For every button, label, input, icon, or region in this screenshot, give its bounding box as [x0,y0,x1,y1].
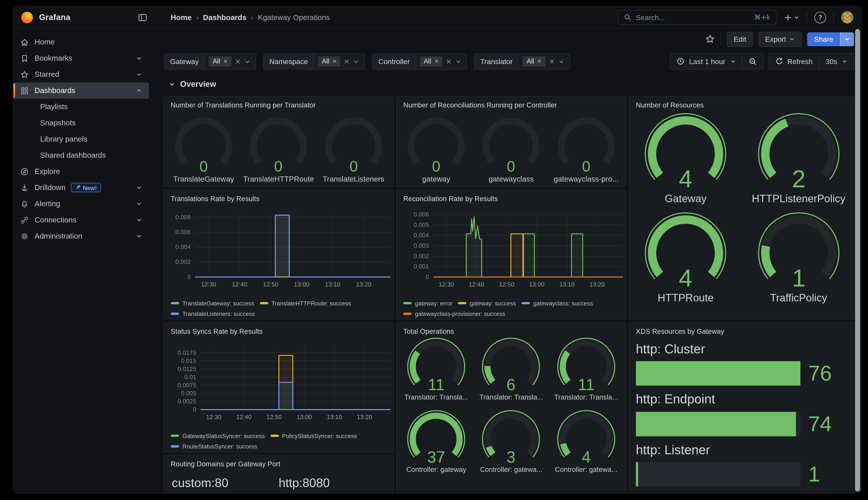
breadcrumb-item[interactable]: Dashboards [203,13,246,22]
sidebar-item-starred[interactable]: Starred [13,66,149,82]
refresh-interval-picker[interactable]: 30s [820,57,854,65]
add-button[interactable] [783,13,799,22]
panel-reconciliation-rate[interactable]: Reconciliation Rate by Results 00.0010.0… [396,190,626,320]
gauge: 11Translator: Transla... [549,338,623,401]
chevron-down-icon[interactable] [455,58,461,65]
zoom-out-button[interactable] [742,57,763,65]
filter-value-chip[interactable]: All× [420,56,443,67]
filter-value-chip[interactable]: All× [523,56,545,67]
chevron-down-icon[interactable] [558,58,564,65]
grafana-logo-icon[interactable] [21,11,33,23]
row-header-overview[interactable]: Overview [169,80,216,89]
sidebar-item-home[interactable]: Home [13,34,149,50]
filter-translator[interactable]: TranslatorAll× [474,53,570,69]
close-icon[interactable]: × [333,57,336,65]
time-range-picker[interactable]: Last 1 hour [671,57,742,65]
x-tick-label: 12:40 [236,413,252,420]
legend-item[interactable]: GatewayStatusSyncer: success [171,433,265,439]
panel-routing-domains[interactable]: Routing Domains per Gateway Port custom:… [164,455,394,493]
filter-controller[interactable]: ControllerAll× [372,53,467,69]
nav-right: Home›Dashboards›Kgateway Operations Sear… [155,7,861,28]
filter-value-chip[interactable]: All× [209,56,231,67]
panel-reconciliations-running[interactable]: Number of Reconciliations Running per Co… [396,96,626,187]
panel-number-of-resources[interactable]: Number of Resources 4Gateway2HTTPListene… [628,96,856,320]
breadcrumb-item[interactable]: Kgateway Operations [258,13,330,22]
legend-item[interactable]: gateway: error [403,300,453,306]
breadcrumb-item[interactable]: Home [171,13,191,22]
brand-area: Grafana [13,7,155,28]
legend-item[interactable]: TranslateGateway: success [171,300,254,306]
stat-value: http:8080 [279,476,386,490]
y-tick-label: 0.0175 [178,349,197,356]
y-tick-label: 0.0025 [178,398,197,405]
variable-filters: GatewayAll×NamespaceAll×ControllerAll×Tr… [164,53,570,69]
sidebar-item-alerting[interactable]: Alerting [13,196,149,212]
sidebar-item-dashboards[interactable]: Dashboards [13,82,149,99]
filter-namespace[interactable]: NamespaceAll× [263,53,365,69]
bookmark-icon [20,54,29,63]
sidebar-item-library-panels[interactable]: Library panels [13,131,149,147]
legend-item[interactable]: TranslateHTTPRoute: success [260,300,351,306]
filter-label: Namespace [264,54,314,69]
share-dropdown-button[interactable] [840,32,854,46]
search-input[interactable]: Search... ⌘+k [617,10,776,25]
panel-xds-resources[interactable]: XDS Resources by Gateway http: Cluster76… [628,322,856,493]
filter-gateway[interactable]: GatewayAll× [164,53,256,69]
sidebar-toggle-icon[interactable] [138,13,147,22]
filter-value-chip[interactable]: All× [318,56,341,67]
export-button[interactable]: Export [758,32,802,47]
legend-item[interactable]: RouteStatusSyncer: success [171,443,257,450]
legend-item[interactable]: gatewayclass-provisioner: success [403,310,505,317]
legend-item[interactable]: PolicyStatusSyncer: success [270,433,357,439]
chevron-down-icon [136,233,142,239]
y-tick-label: 0 [187,273,191,280]
legend-item[interactable]: gatewayclass: success [522,300,593,306]
sidebar-item-administration[interactable]: Administration [13,228,149,244]
clear-filter-icon[interactable] [344,59,349,64]
sidebar-item-shared-dashboards[interactable]: Shared dashboards [13,147,149,163]
sidebar-item-playlists[interactable]: Playlists [13,99,149,115]
panel-translations-rate[interactable]: Translations Rate by Results 00.0020.004… [164,190,394,320]
gauge-value: 0 [507,158,515,175]
chevron-down-icon[interactable] [244,58,251,65]
chevron-down-icon[interactable] [353,58,359,65]
gauge: 6Translator: Transla... [474,338,548,401]
apps-icon [20,86,29,95]
clear-filter-icon[interactable] [549,59,554,64]
y-tick-label: 0.004 [413,232,429,239]
gauge-label: gateway [422,175,450,183]
edit-button[interactable]: Edit [727,32,753,47]
refresh-button[interactable]: Refresh [769,57,819,65]
close-icon[interactable]: × [435,57,438,65]
panel-title: Status Syncs Rate by Results [164,323,393,336]
gauge-value: 0 [582,158,590,175]
sidebar-item-drilldown[interactable]: DrilldownNew! [13,180,149,196]
share-button[interactable]: Share [807,32,840,46]
panel-translations-running[interactable]: Number of Translations Running per Trans… [164,96,394,187]
close-icon[interactable]: × [223,57,227,65]
panel-status-syncs-rate[interactable]: Status Syncs Rate by Results 00.00250.00… [164,322,394,453]
x-tick-label: 13:10 [327,413,342,420]
clear-filter-icon[interactable] [446,59,452,64]
legend-item[interactable]: TranslateListeners: success [171,310,255,317]
vertical-scrollbar[interactable] [855,29,860,491]
favorite-star-icon[interactable] [705,34,715,44]
gauge: 4Controller: gatewa... [549,410,623,474]
close-icon[interactable]: × [537,57,541,65]
legend-item[interactable]: gateway: success [458,300,516,306]
help-icon[interactable]: ? [814,11,826,23]
x-tick-label: 13:00 [529,281,545,288]
user-avatar[interactable] [841,11,854,23]
bar-value: 1 [808,464,848,485]
x-tick-label: 12:50 [499,281,514,288]
panel-total-operations[interactable]: Total Operations 11Translator: Transla..… [396,322,626,493]
gauge-value: 11 [428,375,445,394]
gauge-label: Translator: Transla... [554,393,618,401]
panel-title: XDS Resources by Gateway [629,323,855,336]
sidebar-item-explore[interactable]: Explore [13,163,149,180]
sidebar-item-snapshots[interactable]: Snapshots [13,115,149,131]
sidebar-item-bookmarks[interactable]: Bookmarks [13,50,149,66]
clear-filter-icon[interactable] [235,59,240,64]
sidebar-item-connections[interactable]: Connections [13,212,149,228]
dashboard-toolbar: Edit Export Share [705,32,854,46]
